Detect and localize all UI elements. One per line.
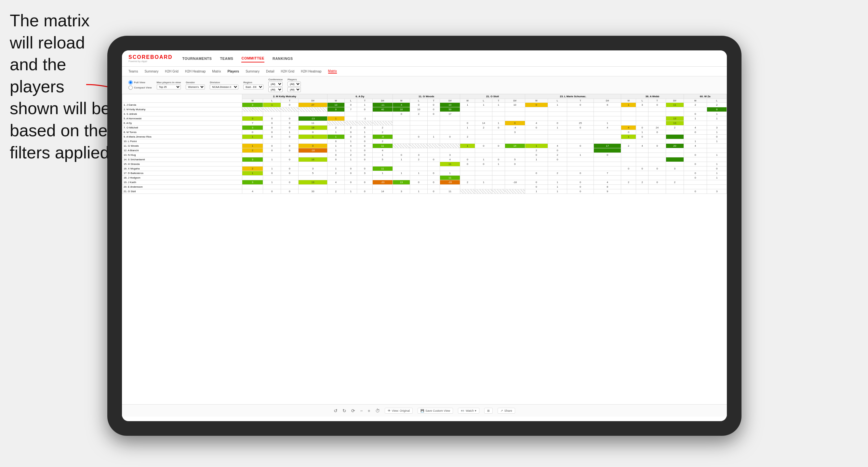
player-name-cell: 3. S Jelinek bbox=[122, 112, 242, 117]
player-name-cell: 13. N Klug bbox=[122, 153, 242, 157]
player-name-cell: 2. M Kelly Mulcahy bbox=[122, 107, 242, 112]
watch-button[interactable]: 👀 Watch ▾ bbox=[458, 408, 479, 414]
player-name-cell: 21. O Stoll bbox=[122, 189, 242, 194]
subnav-teams[interactable]: Teams bbox=[128, 70, 138, 73]
subnav-h2hheatmap2[interactable]: H2H Heatmap bbox=[301, 70, 321, 73]
table-row: 17. D Ballesteros 1005 2031 1101 0207 01 bbox=[122, 171, 727, 176]
division-select[interactable]: NCAA Division II NCAA Division I NCAA Di… bbox=[210, 85, 238, 89]
save-custom-view-button[interactable]: 💾 Save Custom View bbox=[417, 408, 453, 414]
sh-dif5: Dif bbox=[594, 99, 621, 103]
subnav-summary2[interactable]: Summary bbox=[246, 70, 259, 73]
player-name-header bbox=[122, 94, 242, 103]
full-view-option[interactable]: Full View bbox=[128, 80, 152, 85]
conference-select[interactable]: (All) bbox=[268, 82, 283, 87]
region-select[interactable]: East - DII West - DII All bbox=[243, 85, 264, 89]
subnav-summary[interactable]: Summary bbox=[145, 70, 158, 73]
toolbar-clock-icon[interactable]: ⏱ bbox=[375, 408, 380, 413]
app-header: SCOREBOARD Powered by clippd TOURNAMENTS… bbox=[122, 51, 727, 67]
sh-l4: L bbox=[475, 99, 492, 103]
players-select[interactable]: (All) bbox=[287, 82, 301, 87]
sub-nav: Teams Summary H2H Grid H2H Heatmap Matri… bbox=[122, 67, 727, 76]
nav-rankings[interactable]: RANKINGS bbox=[273, 55, 293, 62]
table-row: 15. H Stranda 11 0010 01 bbox=[122, 162, 727, 166]
subnav-players[interactable]: Players bbox=[228, 70, 239, 73]
table-row: 7. O Mitchell 30018 2202 120-4 0104 4024… bbox=[122, 126, 727, 130]
sh-dif4: Dif bbox=[505, 99, 525, 103]
col-header-mulcahy: 2. M Kelly Mulcahy bbox=[242, 94, 327, 99]
player-name-cell: 12. A Bianchi bbox=[122, 148, 242, 153]
player-name-cell: 15. H Stranda bbox=[122, 162, 242, 166]
full-view-radio[interactable] bbox=[128, 80, 133, 85]
sh-w4: W bbox=[460, 99, 475, 103]
compact-view-radio[interactable] bbox=[128, 86, 133, 90]
compact-view-label: Compact View bbox=[134, 86, 152, 89]
sh-w2: W bbox=[327, 99, 344, 103]
view-original-icon: 👁 bbox=[388, 409, 391, 412]
player-name-cell: 7. O Mitchell bbox=[122, 126, 242, 130]
player-name-cell: 10. L Perini bbox=[122, 139, 242, 144]
toolbar-undo-icon[interactable]: ↺ bbox=[334, 408, 338, 413]
max-players-label: Max players in view bbox=[157, 81, 181, 84]
max-players-select[interactable]: Top 25 Top 50 All bbox=[157, 85, 181, 89]
nav-tournaments[interactable]: TOURNAMENTS bbox=[182, 55, 212, 62]
toolbar-redo-icon[interactable]: ↻ bbox=[342, 408, 346, 413]
save-custom-view-label: Save Custom View bbox=[425, 409, 450, 412]
toolbar-refresh-icon[interactable]: ⟳ bbox=[351, 408, 355, 413]
player-name-cell: 19. J Karth bbox=[122, 180, 242, 185]
gender-label: Gender bbox=[186, 81, 205, 84]
gender-select[interactable]: Women's Men's bbox=[186, 85, 205, 89]
max-players-section: Max players in view Top 25 Top 50 All bbox=[157, 81, 181, 89]
col-header-za: 60. W Za bbox=[684, 94, 726, 99]
watch-label: Watch ▾ bbox=[466, 409, 476, 412]
grid-button[interactable]: ⊞ bbox=[484, 408, 493, 414]
filter-row: Full View Compact View Max players in vi… bbox=[122, 76, 727, 94]
gender-section: Gender Women's Men's bbox=[186, 81, 205, 89]
toolbar-zoom-in-icon[interactable]: + bbox=[368, 408, 370, 413]
sh-w7: W bbox=[684, 99, 707, 103]
nav-teams[interactable]: TEAMS bbox=[220, 55, 233, 62]
player-name-cell: 8. M Torres bbox=[122, 130, 242, 135]
player-name-cell: 20. E Andersson bbox=[122, 185, 242, 189]
col-header-stoll: 21. O Stoll bbox=[460, 94, 525, 99]
subnav-h2hgrid2[interactable]: H2H Grid bbox=[281, 70, 294, 73]
share-label: Share bbox=[504, 409, 512, 412]
app-logo: SCOREBOARD bbox=[128, 54, 173, 60]
col-header-woods: 11. G Woods bbox=[393, 94, 460, 99]
subnav-h2hgrid[interactable]: H2H Grid bbox=[165, 70, 179, 73]
view-original-button[interactable]: 👁 View: Original bbox=[385, 408, 413, 414]
subnav-detail[interactable]: Detail bbox=[266, 70, 275, 73]
sh-w3: W bbox=[393, 99, 410, 103]
matrix-scroll-area[interactable]: 2. M Kelly Mulcahy 6. A Dy 11. G Woods 2… bbox=[122, 94, 727, 404]
nav-committee[interactable]: COMMITTEE bbox=[241, 55, 265, 62]
conference-section: Conference (All) (All) bbox=[268, 78, 283, 92]
save-icon: 💾 bbox=[421, 409, 424, 412]
toolbar-zoom-out-icon[interactable]: − bbox=[360, 408, 363, 413]
logo-area: SCOREBOARD Powered by clippd bbox=[128, 54, 173, 62]
table-row: 19. J Karth 31019 400-20 1300-35 21-18 0… bbox=[122, 180, 727, 185]
watch-icon: 👀 bbox=[461, 409, 464, 412]
col-header-ady: 6. A Dy bbox=[327, 94, 393, 99]
subnav-matrix[interactable]: Matrix bbox=[212, 70, 221, 73]
full-view-label: Full View bbox=[134, 81, 145, 84]
sh-dif3: Dif bbox=[440, 99, 460, 103]
sh-t4: T bbox=[492, 99, 505, 103]
sh-w1: W bbox=[242, 99, 263, 103]
compact-view-option[interactable]: Compact View bbox=[128, 86, 152, 90]
main-nav: TOURNAMENTS TEAMS COMMITTEE RANKINGS bbox=[182, 55, 293, 62]
player-name-cell: 1. J Garcia bbox=[122, 103, 242, 107]
player-name-cell: 6. A Dy bbox=[122, 121, 242, 126]
conference-sub-select[interactable]: (All) bbox=[268, 87, 283, 92]
sh-w5: W bbox=[525, 99, 548, 103]
subnav-matrix2[interactable]: Matrix bbox=[328, 69, 337, 73]
table-row: 1. J Garcia 31027 1301-11 40010 11110 01… bbox=[122, 103, 727, 107]
share-button[interactable]: ↗ Share bbox=[498, 408, 515, 414]
players-sub-select[interactable]: (All) bbox=[287, 87, 301, 92]
players-label: Players bbox=[287, 78, 301, 81]
player-name-cell: 5. A Nomrowski bbox=[122, 117, 242, 121]
sh-l7: L bbox=[707, 99, 727, 103]
table-row: 8. M Torres 0010 1012 3 010 01 bbox=[122, 130, 727, 135]
sh-t1: T bbox=[281, 99, 298, 103]
table-row: 6. A Dy 70011 01410 40251 13 bbox=[122, 121, 727, 126]
subnav-h2hheatmap[interactable]: H2H Heatmap bbox=[185, 70, 206, 73]
logo-subtitle: Powered by clippd bbox=[128, 60, 173, 62]
